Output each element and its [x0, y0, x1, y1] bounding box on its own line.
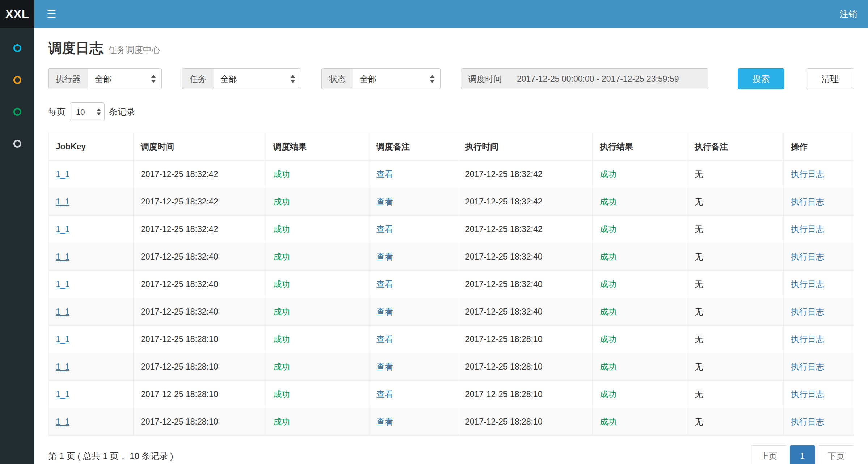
jobkey-link[interactable]: 1_1	[56, 389, 69, 399]
sidebar-toggle-icon[interactable]: ☰	[47, 9, 56, 20]
log-table-body: 1_1 2017-12-25 18:32:42 成功 查看 2017-12-25…	[49, 161, 854, 436]
view-trigger-msg-link[interactable]: 查看	[376, 307, 393, 316]
exec-log-link[interactable]: 执行日志	[791, 334, 824, 344]
column-header-handle-time[interactable]: 执行时间	[458, 133, 593, 161]
table-row: 1_1 2017-12-25 18:32:42 成功 查看 2017-12-25…	[49, 188, 854, 216]
jobkey-link[interactable]: 1_1	[56, 279, 69, 289]
trigger-msg-cell: 查看	[369, 353, 458, 381]
view-trigger-msg-link[interactable]: 查看	[376, 417, 393, 426]
exec-log-link[interactable]: 执行日志	[791, 224, 824, 234]
trigger-msg-cell: 查看	[369, 216, 458, 243]
trigger-time-cell: 2017-12-25 18:28:10	[134, 326, 266, 353]
trigger-time-cell: 2017-12-25 18:32:42	[134, 188, 266, 216]
jobkey-link[interactable]: 1_1	[56, 362, 69, 371]
sidebar-item-1[interactable]	[0, 32, 34, 64]
exec-log-link[interactable]: 执行日志	[791, 362, 824, 371]
action-cell: 执行日志	[784, 381, 854, 408]
handle-msg-cell: 无	[687, 408, 784, 436]
view-trigger-msg-link[interactable]: 查看	[376, 279, 393, 289]
exec-log-link[interactable]: 执行日志	[791, 307, 824, 316]
app-logo[interactable]: XXL	[0, 0, 34, 28]
next-page-button[interactable]: 下页	[818, 445, 854, 464]
handle-time-cell: 2017-12-25 18:32:40	[458, 271, 593, 298]
column-header-jobkey[interactable]: JobKey	[49, 133, 134, 161]
jobkey-link[interactable]: 1_1	[56, 417, 69, 426]
jobkey-link[interactable]: 1_1	[56, 334, 69, 344]
view-trigger-msg-link[interactable]: 查看	[376, 224, 393, 234]
exec-log-link[interactable]: 执行日志	[791, 197, 824, 206]
view-trigger-msg-link[interactable]: 查看	[376, 252, 393, 261]
top-navbar: XXL ☰ 注销	[0, 0, 868, 28]
trigger-result-cell: 成功	[266, 381, 369, 408]
status-select[interactable]: 全部	[353, 68, 441, 89]
job-select[interactable]: 全部	[214, 68, 301, 89]
sidebar-item-3[interactable]	[0, 96, 34, 128]
table-row: 1_1 2017-12-25 18:32:40 成功 查看 2017-12-25…	[49, 271, 854, 298]
exec-log-link[interactable]: 执行日志	[791, 389, 824, 399]
handle-result-cell: 成功	[593, 188, 687, 216]
trigger-result-cell: 成功	[266, 353, 369, 381]
jobkey-cell: 1_1	[49, 353, 134, 381]
handle-time-cell: 2017-12-25 18:32:42	[458, 216, 593, 243]
column-header-handle-msg[interactable]: 执行备注	[687, 133, 784, 161]
sidebar-item-4[interactable]	[0, 128, 34, 160]
sidebar-item-2[interactable]	[0, 64, 34, 96]
trigger-result-cell: 成功	[266, 271, 369, 298]
trigger-result-cell: 成功	[266, 243, 369, 271]
table-row: 1_1 2017-12-25 18:28:10 成功 查看 2017-12-25…	[49, 381, 854, 408]
column-header-handle-result[interactable]: 执行结果	[593, 133, 687, 161]
trigger-time-cell: 2017-12-25 18:28:10	[134, 408, 266, 436]
view-trigger-msg-link[interactable]: 查看	[376, 197, 393, 206]
page-header: 调度日志 任务调度中心	[48, 40, 854, 56]
exec-log-link[interactable]: 执行日志	[791, 169, 824, 179]
action-cell: 执行日志	[784, 216, 854, 243]
action-cell: 执行日志	[784, 298, 854, 326]
trigger-time-cell: 2017-12-25 18:28:10	[134, 381, 266, 408]
jobkey-link[interactable]: 1_1	[56, 169, 69, 179]
handle-msg-cell: 无	[687, 381, 784, 408]
clear-button[interactable]: 清理	[806, 68, 854, 89]
handle-msg-cell: 无	[687, 353, 784, 381]
navbar-body: ☰ 注销	[34, 0, 868, 28]
jobkey-link[interactable]: 1_1	[56, 252, 69, 261]
executor-select[interactable]: 全部	[88, 68, 162, 89]
jobkey-link[interactable]: 1_1	[56, 307, 69, 316]
table-row: 1_1 2017-12-25 18:32:42 成功 查看 2017-12-25…	[49, 216, 854, 243]
view-trigger-msg-link[interactable]: 查看	[376, 169, 393, 179]
action-cell: 执行日志	[784, 353, 854, 381]
main-content: 调度日志 任务调度中心 执行器 全部 任务 全部 状态	[34, 28, 868, 464]
view-trigger-msg-link[interactable]: 查看	[376, 362, 393, 371]
handle-msg-cell: 无	[687, 326, 784, 353]
trigger-result-cell: 成功	[266, 188, 369, 216]
column-header-trigger-result[interactable]: 调度结果	[266, 133, 369, 161]
table-row: 1_1 2017-12-25 18:28:10 成功 查看 2017-12-25…	[49, 326, 854, 353]
trigger-msg-cell: 查看	[369, 161, 458, 188]
jobkey-link[interactable]: 1_1	[56, 224, 69, 234]
search-button[interactable]: 搜索	[738, 68, 784, 89]
trigger-msg-cell: 查看	[369, 326, 458, 353]
trigger-result-cell: 成功	[266, 408, 369, 436]
trigger-time-range-input[interactable]	[509, 68, 708, 89]
view-trigger-msg-link[interactable]: 查看	[376, 334, 393, 344]
executor-filter-group: 执行器 全部	[48, 68, 162, 89]
trigger-time-filter-label: 调度时间	[461, 68, 509, 89]
page-size-select[interactable]: 10	[70, 102, 105, 121]
handle-msg-cell: 无	[687, 161, 784, 188]
column-header-trigger-time[interactable]: 调度时间	[134, 133, 266, 161]
trigger-msg-cell: 查看	[369, 188, 458, 216]
logout-link[interactable]: 注销	[840, 8, 857, 20]
app-logo-text: XXL	[5, 7, 29, 21]
exec-log-link[interactable]: 执行日志	[791, 279, 824, 289]
exec-log-link[interactable]: 执行日志	[791, 417, 824, 426]
column-header-trigger-msg[interactable]: 调度备注	[369, 133, 458, 161]
jobkey-link[interactable]: 1_1	[56, 197, 69, 206]
exec-log-link[interactable]: 执行日志	[791, 252, 824, 261]
handle-time-cell: 2017-12-25 18:32:40	[458, 243, 593, 271]
current-page-button[interactable]: 1	[790, 445, 815, 464]
trigger-msg-cell: 查看	[369, 408, 458, 436]
view-trigger-msg-link[interactable]: 查看	[376, 389, 393, 399]
log-table-header: JobKey 调度时间 调度结果 调度备注 执行时间 执行结果 执行备注 操作	[49, 133, 854, 161]
column-header-action[interactable]: 操作	[784, 133, 854, 161]
prev-page-button[interactable]: 上页	[751, 445, 787, 464]
table-row: 1_1 2017-12-25 18:32:40 成功 查看 2017-12-25…	[49, 243, 854, 271]
